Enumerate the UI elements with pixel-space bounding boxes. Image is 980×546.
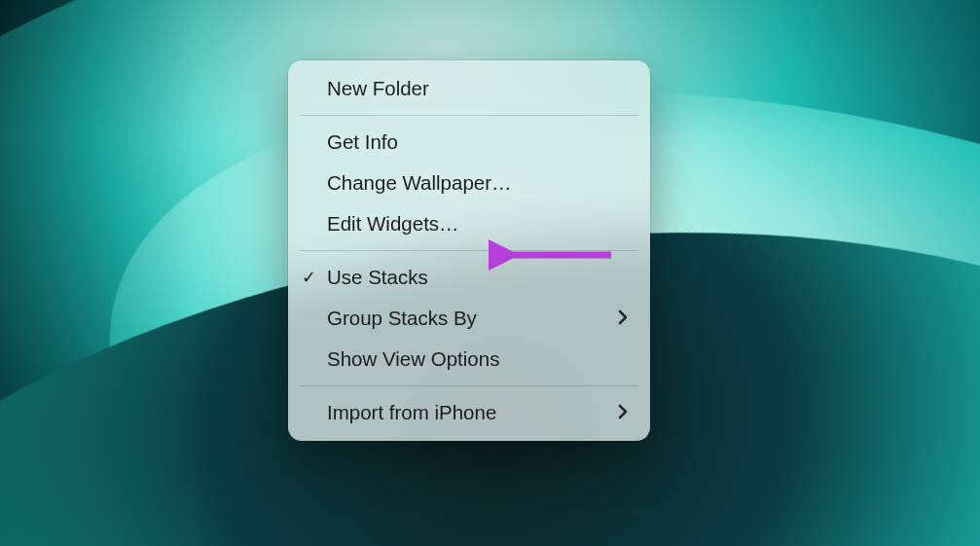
- menu-item-new-folder[interactable]: New Folder: [288, 68, 650, 109]
- checkmark-icon: ✓: [302, 267, 316, 288]
- menu-separator: [300, 385, 638, 386]
- menu-item-label: Group Stacks By: [327, 307, 618, 330]
- menu-item-edit-widgets[interactable]: Edit Widgets…: [288, 203, 650, 244]
- menu-item-use-stacks[interactable]: ✓ Use Stacks: [288, 257, 650, 298]
- menu-item-label: Use Stacks: [327, 266, 631, 289]
- menu-item-label: New Folder: [327, 77, 631, 100]
- menu-item-label: Get Info: [327, 130, 631, 154]
- menu-item-label: Change Wallpaper…: [327, 171, 631, 195]
- chevron-right-icon: [618, 308, 631, 330]
- menu-item-get-info[interactable]: Get Info: [288, 122, 650, 163]
- chevron-right-icon: [618, 402, 631, 424]
- menu-item-import-from-iphone[interactable]: Import from iPhone: [288, 392, 650, 433]
- menu-item-label: Show View Options: [327, 347, 631, 371]
- menu-separator: [300, 250, 638, 251]
- desktop-context-menu: New Folder Get Info Change Wallpaper… Ed…: [288, 60, 650, 441]
- menu-separator: [300, 115, 638, 116]
- menu-item-label: Import from iPhone: [327, 401, 618, 424]
- menu-item-group-stacks-by[interactable]: Group Stacks By: [288, 298, 650, 339]
- menu-item-label: Edit Widgets…: [327, 212, 631, 236]
- menu-item-change-wallpaper[interactable]: Change Wallpaper…: [288, 163, 650, 203]
- menu-item-show-view-options[interactable]: Show View Options: [288, 339, 650, 380]
